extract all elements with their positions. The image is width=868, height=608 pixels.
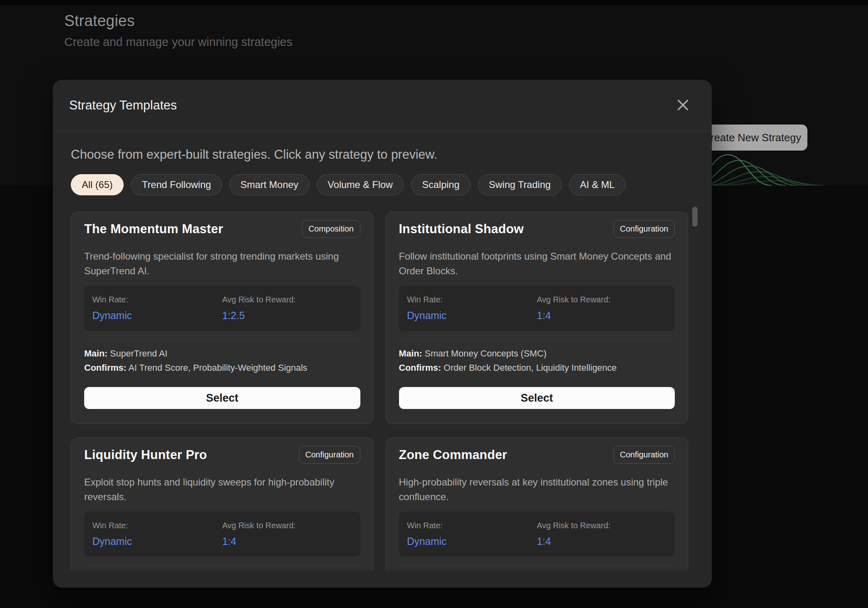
strategy-card[interactable]: Liquidity Hunter Pro Configuration Explo… (71, 437, 374, 571)
win-rate-value: Dynamic (92, 310, 222, 321)
page-header: Strategies Create and manage your winnin… (64, 12, 292, 49)
risk-reward-label: Avg Risk to Reward: (222, 521, 352, 530)
modal-header: Strategy Templates (53, 80, 712, 131)
strategy-templates-modal: Strategy Templates Choose from expert-bu… (53, 80, 712, 588)
card-confirm-indicators: Confirms: AI Trend Score, Probability-We… (84, 363, 360, 373)
risk-reward-label: Avg Risk to Reward: (537, 521, 667, 530)
filter-pill-trend-following[interactable]: Trend Following (131, 174, 222, 195)
card-stats: Win Rate: Dynamic Avg Risk to Reward: 1:… (399, 512, 675, 557)
win-rate-label: Win Rate: (92, 295, 222, 304)
card-divider (84, 566, 360, 566)
risk-reward-value: 1:4 (537, 310, 667, 321)
risk-reward-label: Avg Risk to Reward: (222, 295, 352, 304)
card-confirm-indicators: Confirms: Order Block Detection, Liquidi… (399, 363, 675, 373)
card-stats: Win Rate: Dynamic Avg Risk to Reward: 1:… (399, 286, 675, 331)
card-main-indicator: Main: SuperTrend AI (84, 348, 360, 359)
select-button[interactable]: Select (399, 387, 675, 409)
modal-description: Choose from expert-built strategies. Cli… (71, 147, 694, 162)
page-subtitle: Create and manage your winning strategie… (64, 35, 292, 49)
card-description: Exploit stop hunts and liquidity sweeps … (84, 475, 360, 504)
card-main-indicator: Main: Smart Money Concepts (SMC) (399, 348, 675, 359)
win-rate-label: Win Rate: (407, 295, 537, 304)
strategy-card[interactable]: Zone Commander Configuration High-probab… (386, 437, 689, 571)
page-title: Strategies (64, 12, 292, 30)
risk-reward-value: 1:2.5 (222, 310, 352, 321)
card-divider (399, 340, 675, 340)
scrollbar-thumb[interactable] (692, 207, 698, 227)
win-rate-label: Win Rate: (407, 521, 537, 530)
card-type-badge: Composition (302, 220, 360, 238)
modal-title: Strategy Templates (69, 98, 177, 113)
filter-pill-swing-trading[interactable]: Swing Trading (478, 174, 562, 195)
create-new-strategy-button[interactable]: Create New Strategy (697, 125, 807, 151)
card-divider (399, 566, 675, 566)
select-button[interactable]: Select (84, 387, 360, 409)
filter-pill-ai-ml[interactable]: AI & ML (569, 174, 626, 195)
win-rate-value: Dynamic (92, 536, 222, 547)
strategy-card[interactable]: The Momentum Master Composition Trend-fo… (71, 212, 374, 424)
close-icon[interactable] (677, 97, 689, 114)
filter-pills: All (65) Trend Following Smart Money Vol… (71, 174, 694, 195)
card-title: Zone Commander (399, 446, 507, 462)
cards-scroll-area[interactable]: The Momentum Master Composition Trend-fo… (71, 212, 688, 571)
card-description: Follow institutional footprints using Sm… (399, 249, 675, 278)
top-strip (0, 0, 868, 5)
card-title: Liquidity Hunter Pro (84, 446, 207, 462)
card-divider (84, 340, 360, 340)
card-description: Trend-following specialist for strong tr… (84, 249, 360, 278)
card-type-badge: Configuration (299, 446, 360, 464)
strategy-card[interactable]: Institutional Shadow Configuration Follo… (386, 212, 689, 424)
filter-pill-smart-money[interactable]: Smart Money (229, 174, 310, 195)
win-rate-value: Dynamic (407, 536, 537, 547)
card-title: Institutional Shadow (399, 220, 524, 236)
card-stats: Win Rate: Dynamic Avg Risk to Reward: 1:… (84, 512, 360, 557)
risk-reward-label: Avg Risk to Reward: (537, 295, 667, 304)
risk-reward-value: 1:4 (537, 536, 667, 547)
filter-pill-scalping[interactable]: Scalping (411, 174, 471, 195)
win-rate-value: Dynamic (407, 310, 537, 321)
card-description: High-probability reversals at key instit… (399, 475, 675, 504)
filter-pill-all[interactable]: All (65) (71, 174, 124, 195)
card-type-badge: Configuration (613, 446, 675, 464)
card-type-badge: Configuration (613, 220, 675, 238)
card-title: The Momentum Master (84, 220, 223, 236)
filter-pill-volume-flow[interactable]: Volume & Flow (317, 174, 404, 195)
win-rate-label: Win Rate: (92, 521, 222, 530)
card-stats: Win Rate: Dynamic Avg Risk to Reward: 1:… (84, 286, 360, 331)
risk-reward-value: 1:4 (222, 536, 352, 547)
